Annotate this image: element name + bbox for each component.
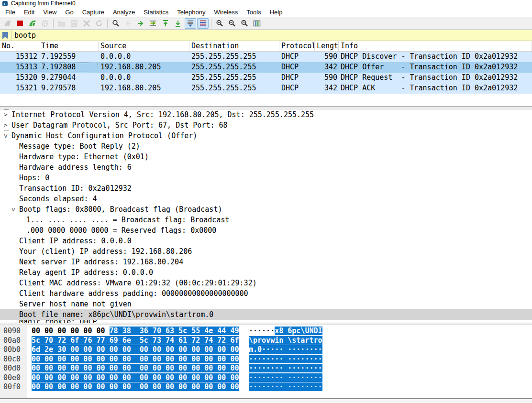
menu-file[interactable]: File xyxy=(1,8,20,17)
menu-help[interactable]: Help xyxy=(266,8,287,17)
detail-text: User Datagram Protocol, Src Port: 67, Ds… xyxy=(0,120,228,131)
cell-no: 15320 xyxy=(0,73,39,83)
hex-bytes[interactable]: 00 00 00 00 00 00 00 00 00 00 00 00 00 0… xyxy=(32,355,242,364)
zoom-in-icon[interactable] xyxy=(214,18,225,29)
hex-ascii[interactable]: m.0····· ········ xyxy=(249,345,322,355)
detail-row-3[interactable]: Message type: Boot Reply (2) xyxy=(0,141,532,152)
svg-text:010: 010 xyxy=(72,22,76,25)
menu-go[interactable]: Go xyxy=(61,8,78,17)
capture-restart-icon[interactable] xyxy=(27,18,38,29)
filter-bar[interactable] xyxy=(0,30,532,41)
detail-row-15[interactable]: Relay agent IP address: 0.0.0.0 xyxy=(0,267,532,278)
detail-row-10[interactable]: 1... .... .... .... = Broadcast flag: Br… xyxy=(0,215,532,225)
detail-row-11[interactable]: .000 0000 0000 0000 = Reserved flags: 0x… xyxy=(0,225,532,236)
detail-row-18[interactable]: Server host name not given xyxy=(0,299,532,309)
close-file-icon xyxy=(81,18,92,29)
hex-ascii[interactable]: ········ ········ xyxy=(249,355,322,364)
hex-bytes[interactable]: 00 00 00 00 00 00 78 38 36 70 63 5c 55 4… xyxy=(32,327,242,336)
menu-view[interactable]: View xyxy=(39,8,61,17)
go-to-packet-icon[interactable] xyxy=(147,18,159,29)
column-header-info[interactable]: Info xyxy=(339,41,532,51)
zoom-out-icon[interactable] xyxy=(226,18,238,29)
column-header-length[interactable]: Length xyxy=(315,41,339,51)
pane-splitter-top[interactable] xyxy=(0,106,532,109)
hex-bytes[interactable]: 6d 2e 30 00 00 00 00 00 00 00 00 00 00 0… xyxy=(32,345,242,355)
hex-row-00d0[interactable]: 00d000 00 00 00 00 00 00 00 00 00 00 00 … xyxy=(0,364,532,373)
menu-edit[interactable]: Edit xyxy=(20,8,39,17)
menu-statistics[interactable]: Statistics xyxy=(139,8,173,17)
detail-text: Boot file name: x86pc\UNDI\provwin\start… xyxy=(0,309,213,320)
hex-row-00e0[interactable]: 00e000 00 00 00 00 00 00 00 00 00 00 00 … xyxy=(0,373,532,383)
hex-bytes[interactable]: 00 00 00 00 00 00 00 00 00 00 00 00 00 0… xyxy=(32,373,242,383)
collapse-arrow-icon[interactable]: v xyxy=(4,131,8,141)
detail-row-4[interactable]: Hardware type: Ethernet (0x01) xyxy=(0,152,532,162)
menu-wireless[interactable]: Wireless xyxy=(210,8,242,17)
detail-row-8[interactable]: Seconds elapsed: 4 xyxy=(0,194,532,204)
detail-row-14[interactable]: Next server IP address: 192.168.80.204 xyxy=(0,257,532,267)
hex-ascii[interactable]: ······x8 6pc\UNDI xyxy=(249,327,322,336)
detail-row-19[interactable]: Boot file name: x86pc\UNDI\provwin\start… xyxy=(0,309,532,320)
detail-text: Server host name not given xyxy=(0,299,132,309)
detail-text: Bootp flags: 0x8000, Broadcast flag (Bro… xyxy=(0,204,222,215)
detail-text: Relay agent IP address: 0.0.0.0 xyxy=(0,267,153,278)
detail-row-2[interactable]: vDynamic Host Configuration Protocol (Of… xyxy=(0,131,532,141)
hex-offset: 00c0 xyxy=(0,355,27,364)
cell-destination: 255.255.255.255 xyxy=(189,73,279,83)
hex-row-00a0[interactable]: 00a05c 70 72 6f 76 77 69 6e 5c 73 74 61 … xyxy=(0,336,532,346)
cell-protocol: DHCP xyxy=(279,62,315,73)
detail-row-17[interactable]: Client hardware address padding: 0000000… xyxy=(0,288,532,299)
hex-ascii[interactable]: \provwin \startro xyxy=(249,336,322,346)
packet-row-15313[interactable]: 153137.192808192.168.80.205255.255.255.2… xyxy=(0,62,532,73)
detail-text: Internet Protocol Version 4, Src: 192.16… xyxy=(0,109,314,120)
detail-row-9[interactable]: vBootp flags: 0x8000, Broadcast flag (Br… xyxy=(0,204,532,215)
column-header-destination[interactable]: Destination xyxy=(189,41,279,51)
column-header-protocol[interactable]: Protocol xyxy=(279,41,315,51)
packet-list-header[interactable]: No.TimeSourceDestinationProtocolLengthIn… xyxy=(0,41,532,52)
menu-telephony[interactable]: Telephony xyxy=(173,8,210,17)
go-bottom-icon[interactable] xyxy=(172,18,184,29)
hex-bytes[interactable]: 00 00 00 00 00 00 00 00 00 00 00 00 00 0… xyxy=(32,364,242,373)
expand-arrow-icon[interactable]: > xyxy=(4,120,8,131)
hex-ascii[interactable]: ········ ········ xyxy=(249,364,322,373)
hex-bytes[interactable]: 5c 70 72 6f 76 77 69 6e 5c 73 74 61 72 7… xyxy=(32,336,242,346)
hex-ascii[interactable]: ········ ········ xyxy=(249,382,322,392)
go-back-icon xyxy=(122,18,134,29)
hex-row-0090[interactable]: 009000 00 00 00 00 00 78 38 36 70 63 5c … xyxy=(0,327,532,336)
menu-analyze[interactable]: Analyze xyxy=(109,8,139,17)
detail-row-12[interactable]: Client IP address: 0.0.0.0 xyxy=(0,236,532,246)
column-header-source[interactable]: Source xyxy=(99,41,189,51)
capture-stop-icon[interactable] xyxy=(14,18,26,29)
column-header-time[interactable]: Time xyxy=(39,41,99,51)
hex-ascii[interactable]: ········ ········ xyxy=(249,373,322,383)
detail-row-6[interactable]: Hops: 0 xyxy=(0,173,532,183)
hex-bytes[interactable]: 00 00 00 00 00 00 00 00 00 00 00 00 00 0… xyxy=(32,382,242,392)
colorize-icon[interactable] xyxy=(197,18,209,29)
find-packet-icon[interactable] xyxy=(110,18,122,29)
hex-row-00c0[interactable]: 00c000 00 00 00 00 00 00 00 00 00 00 00 … xyxy=(0,355,532,364)
bookmark-icon[interactable] xyxy=(2,32,8,39)
detail-row-13[interactable]: Your (client) IP address: 192.168.80.206 xyxy=(0,246,532,257)
detail-row-0[interactable]: >Internet Protocol Version 4, Src: 192.1… xyxy=(0,109,532,120)
display-filter-input[interactable] xyxy=(14,30,532,41)
expand-arrow-icon[interactable]: > xyxy=(4,109,8,120)
hex-row-00b0[interactable]: 00b06d 2e 30 00 00 00 00 00 00 00 00 00 … xyxy=(0,345,532,355)
detail-row-1[interactable]: >User Datagram Protocol, Src Port: 67, D… xyxy=(0,120,532,131)
detail-row-16[interactable]: Client MAC address: VMware_01:29:32 (00:… xyxy=(0,278,532,288)
menu-tools[interactable]: Tools xyxy=(242,8,265,17)
detail-row-7[interactable]: Transaction ID: 0x2a012932 xyxy=(0,183,532,194)
go-top-icon[interactable] xyxy=(160,18,171,29)
menu-capture[interactable]: Capture xyxy=(78,8,109,17)
resize-columns-icon[interactable] xyxy=(251,18,263,29)
hex-row-00f0[interactable]: 00f000 00 00 00 00 00 00 00 00 00 00 00 … xyxy=(0,382,532,392)
collapse-arrow-icon[interactable]: v xyxy=(11,204,15,215)
packet-row-15321[interactable]: 153219.279578192.168.80.205255.255.255.2… xyxy=(0,83,532,94)
detail-row-5[interactable]: Hardware address length: 6 xyxy=(0,162,532,173)
go-forward-icon[interactable] xyxy=(135,18,146,29)
column-header-no[interactable]: No. xyxy=(0,41,39,51)
hex-offset: 00a0 xyxy=(0,336,27,346)
auto-scroll-icon[interactable] xyxy=(185,18,196,29)
zoom-reset-icon[interactable] xyxy=(239,18,250,29)
packet-row-15312[interactable]: 153127.1925590.0.0.0255.255.255.255DHCP5… xyxy=(0,52,532,62)
detail-text: Your (client) IP address: 192.168.80.206 xyxy=(0,246,192,257)
packet-row-15320[interactable]: 153209.2790440.0.0.0255.255.255.255DHCP5… xyxy=(0,73,532,83)
